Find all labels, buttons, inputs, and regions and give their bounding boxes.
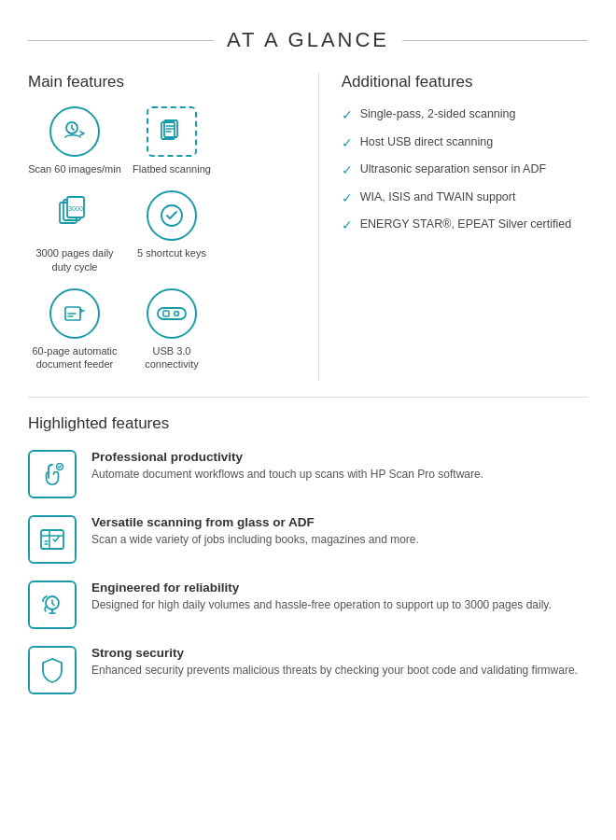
feature-scan-images-label: Scan 60 images/min: [28, 162, 121, 175]
additional-item-4-text: WIA, ISIS and TWAIN support: [360, 189, 516, 206]
main-features-title: Main features: [28, 73, 300, 91]
feature-pages: 3000 3000 pages daily duty cycle: [28, 190, 121, 273]
main-features-grid: Scan 60 images/min Flatbed scanning: [28, 106, 300, 380]
highlight-desc-2: Scan a wide variety of jobs including bo…: [91, 532, 419, 548]
additional-item-2: ✓ Host USB direct scanning: [342, 134, 588, 153]
highlight-title-1: Professional productivity: [91, 450, 483, 464]
highlight-item-4: Strong security Enhanced security preven…: [28, 646, 588, 694]
check-icon-4: ✓: [342, 189, 353, 208]
additional-features-list: ✓ Single-pass, 2-sided scanning ✓ Host U…: [342, 106, 588, 235]
highlight-text-1: Professional productivity Automate docum…: [91, 450, 483, 483]
feeder-icon: [49, 288, 100, 339]
main-section-divider: [28, 397, 588, 398]
versatile-scan-icon: [28, 515, 77, 564]
highlight-title-3: Engineered for reliability: [91, 581, 552, 595]
svg-rect-9: [158, 308, 186, 319]
pages-icon: 3000: [49, 190, 100, 241]
highlight-text-4: Strong security Enhanced security preven…: [91, 646, 578, 679]
check-icon-2: ✓: [342, 134, 353, 153]
features-row: Main features Scan 60 images/min: [28, 73, 588, 380]
usb-icon: [147, 288, 197, 339]
check-icon-3: ✓: [342, 161, 353, 180]
svg-rect-13: [41, 530, 63, 549]
highlight-title-4: Strong security: [91, 646, 578, 660]
additional-item-5: ✓ ENERGY STAR®, EPEAT Silver certified: [342, 217, 588, 235]
additional-item-2-text: Host USB direct scanning: [360, 134, 493, 151]
highlight-desc-1: Automate document workflows and touch up…: [91, 467, 483, 483]
feature-usb: USB 3.0 connectivity: [125, 288, 218, 371]
highlight-desc-4: Enhanced security prevents malicious thr…: [91, 663, 578, 679]
highlighted-features-title: Highlighted features: [28, 414, 588, 433]
highlighted-section: Highlighted features Professional produc…: [28, 414, 588, 694]
reliability-icon: [28, 581, 77, 629]
additional-features-section: Additional features ✓ Single-pass, 2-sid…: [319, 73, 588, 380]
feature-shortcut-label: 5 shortcut keys: [137, 246, 206, 259]
main-features-section: Main features Scan 60 images/min: [28, 73, 319, 380]
additional-item-1: ✓ Single-pass, 2-sided scanning: [342, 106, 588, 125]
shortcut-icon: [147, 190, 197, 241]
header-section: AT A GLANCE: [28, 28, 588, 52]
security-icon: [28, 646, 77, 694]
check-icon-5: ✓: [342, 217, 353, 235]
highlight-item-3: Engineered for reliability Designed for …: [28, 581, 588, 629]
feature-flatbed-label: Flatbed scanning: [133, 162, 211, 175]
additional-item-4: ✓ WIA, ISIS and TWAIN support: [342, 189, 588, 208]
header-divider: AT A GLANCE: [28, 28, 588, 52]
additional-item-3-text: Ultrasonic separation sensor in ADF: [360, 161, 546, 178]
feature-shortcut: 5 shortcut keys: [125, 190, 218, 273]
check-icon-1: ✓: [342, 106, 353, 125]
highlight-title-2: Versatile scanning from glass or ADF: [91, 515, 419, 529]
header-title: AT A GLANCE: [227, 28, 389, 52]
additional-features-title: Additional features: [342, 73, 588, 91]
additional-item-5-text: ENERGY STAR®, EPEAT Silver certified: [360, 217, 571, 233]
highlight-item-1: Professional productivity Automate docum…: [28, 450, 588, 498]
svg-rect-10: [163, 311, 169, 316]
feature-feeder-label: 60-page automatic document feeder: [28, 344, 121, 371]
left-divider: [28, 40, 214, 41]
additional-item-1-text: Single-pass, 2-sided scanning: [360, 106, 516, 123]
highlight-text-3: Engineered for reliability Designed for …: [91, 581, 552, 613]
highlight-item-2: Versatile scanning from glass or ADF Sca…: [28, 515, 588, 564]
feature-pages-label: 3000 pages daily duty cycle: [28, 246, 121, 273]
hand-touch-icon: [28, 450, 77, 498]
highlight-text-2: Versatile scanning from glass or ADF Sca…: [91, 515, 419, 548]
svg-text:3000: 3000: [68, 205, 83, 212]
feature-feeder: 60-page automatic document feeder: [28, 288, 121, 371]
right-divider: [402, 40, 588, 41]
additional-item-3: ✓ Ultrasonic separation sensor in ADF: [342, 161, 588, 180]
scan-images-icon: [49, 106, 100, 157]
highlight-desc-3: Designed for high daily volumes and hass…: [91, 597, 552, 613]
flatbed-icon: [147, 106, 197, 157]
svg-point-11: [175, 311, 179, 315]
feature-scan-images: Scan 60 images/min: [28, 106, 121, 175]
feature-usb-label: USB 3.0 connectivity: [125, 344, 218, 371]
feature-flatbed: Flatbed scanning: [125, 106, 218, 175]
